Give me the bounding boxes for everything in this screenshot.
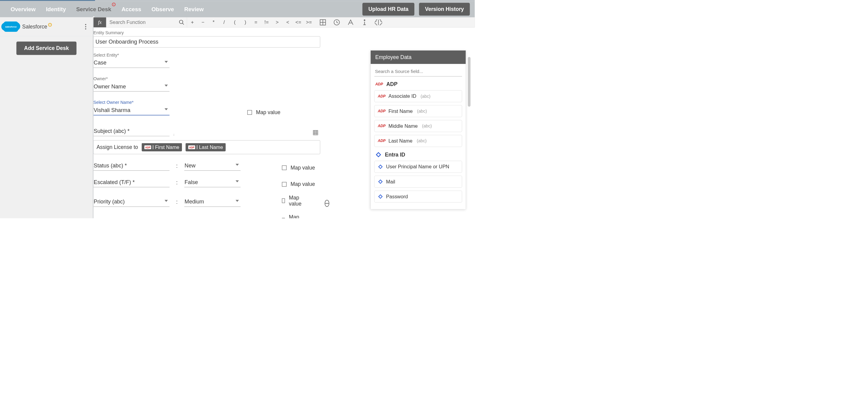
add-service-desk-button[interactable]: Add Service Desk	[17, 41, 76, 55]
field-name: Mail	[386, 179, 395, 185]
field-type: (abc)	[422, 124, 432, 129]
chevron-down-icon	[236, 180, 239, 183]
adp-logo-icon: ADP	[378, 109, 385, 113]
field-name: Middle Name	[389, 123, 418, 129]
case-type-field[interactable]: Case Type (abc)	[94, 217, 170, 218]
entity-summary-label: Entity Summary	[94, 30, 320, 35]
select-owner-name-label: Select Owner Name*	[94, 100, 170, 105]
op-gte[interactable]: >=	[304, 20, 314, 25]
op-neq[interactable]: !=	[261, 20, 272, 25]
info-icon[interactable]	[361, 19, 368, 26]
select-entity-label: Select Entity*	[94, 52, 320, 58]
owner-map-checkbox[interactable]	[247, 110, 252, 115]
priority-remove-icon[interactable]	[325, 200, 329, 207]
tab-service-desk[interactable]: Service Desk !	[76, 1, 112, 17]
escalated-map-label: Map value	[290, 181, 315, 187]
escalated-value-dropdown[interactable]: False	[184, 178, 241, 187]
op-gt[interactable]: >	[272, 20, 282, 25]
field-associate-id[interactable]: ADP Associate ID (abc)	[374, 90, 462, 102]
adp-logo-icon: ADP	[375, 82, 383, 86]
field-name: Associate ID	[389, 94, 416, 99]
status-map-label: Map value	[290, 165, 315, 171]
sidebar-item-label: Salesforce	[22, 24, 47, 30]
chip-last-name[interactable]: ADP Last Name	[186, 143, 225, 151]
version-history-button[interactable]: Version History	[419, 3, 470, 16]
field-type: (abc)	[421, 94, 430, 99]
priority-map-checkbox[interactable]	[282, 198, 285, 203]
source-header-adp[interactable]: ADP ADP	[375, 81, 461, 87]
chip-first-name-label: First Name	[155, 145, 179, 150]
subject-expression-input[interactable]: Assign License to ADP First Name ADP Las…	[94, 140, 320, 154]
status-field[interactable]: Status (abc) *	[94, 161, 170, 171]
svg-point-9	[364, 20, 365, 21]
entity-summary-input[interactable]	[94, 36, 320, 48]
tab-access[interactable]: Access	[121, 1, 142, 17]
formula-search-input[interactable]	[106, 17, 187, 27]
owner-map-label: Map value	[256, 109, 281, 115]
field-name: Password	[386, 194, 408, 200]
case-type-map-checkbox[interactable]	[282, 218, 285, 218]
case-type-value-dropdown[interactable]: Other	[184, 217, 241, 218]
op-eq[interactable]: =	[251, 20, 261, 25]
field-name: User Principal Name or UPN	[386, 164, 450, 170]
tab-overview[interactable]: Overview	[10, 1, 36, 17]
escalated-map-checkbox[interactable]	[282, 182, 286, 186]
owner-dropdown[interactable]: Owner Name	[94, 82, 170, 92]
op-plus[interactable]: +	[187, 20, 198, 25]
sidebar: salesforce Salesforce ! Add Service Desk	[0, 17, 94, 218]
status-map-checkbox[interactable]	[282, 165, 286, 170]
field-last-name[interactable]: ADP Last Name (abc)	[374, 135, 462, 147]
text-icon[interactable]	[347, 19, 354, 26]
svg-point-0	[180, 20, 183, 23]
op-minus[interactable]: −	[198, 20, 208, 25]
svg-rect-11	[313, 130, 318, 135]
field-upn[interactable]: User Principal Name or UPN	[374, 161, 462, 173]
tab-observe[interactable]: Observe	[151, 1, 175, 17]
clock-icon[interactable]	[333, 19, 340, 26]
main-content: fx + − * / ( ) = != > < <= >=	[94, 17, 475, 218]
sidebar-item-salesforce[interactable]: salesforce Salesforce !	[0, 17, 93, 36]
sidebar-item-menu-icon[interactable]	[84, 22, 88, 31]
vertical-scrollbar[interactable]	[468, 50, 471, 213]
adp-chip-icon: ADP	[144, 145, 151, 149]
subject-field[interactable]: Subject (abc) *	[94, 127, 170, 136]
field-middle-name[interactable]: ADP Middle Name (abc)	[374, 120, 462, 132]
tab-identity[interactable]: Identity	[45, 1, 67, 17]
priority-value-dropdown[interactable]: Medium	[184, 198, 241, 207]
op-lt[interactable]: <	[282, 20, 293, 25]
op-paren-open[interactable]: (	[229, 20, 240, 25]
search-icon[interactable]	[179, 19, 185, 25]
source-adp-label: ADP	[386, 81, 397, 87]
field-first-name[interactable]: ADP First Name (abc)	[374, 105, 462, 117]
select-owner-name-dropdown[interactable]: Vishali Sharma	[94, 106, 170, 115]
chip-first-name[interactable]: ADP First Name	[142, 143, 182, 151]
grid-icon[interactable]	[313, 129, 319, 135]
priority-map-label: Map value	[289, 195, 303, 207]
field-type: (abc)	[417, 139, 427, 144]
adp-logo-icon: ADP	[378, 139, 385, 143]
field-mail[interactable]: Mail	[374, 176, 462, 187]
owner-label: Owner*	[94, 76, 320, 82]
escalated-field[interactable]: Escalated (T/F) *	[94, 178, 170, 187]
field-password[interactable]: Password	[374, 191, 462, 203]
formula-tool-icons	[314, 17, 387, 27]
status-value-dropdown[interactable]: New	[184, 161, 241, 171]
employee-search-input[interactable]	[374, 67, 462, 76]
select-entity-dropdown[interactable]: Case	[94, 59, 170, 68]
case-type-map-label: Map value	[289, 214, 303, 218]
upload-hr-data-button[interactable]: Upload HR Data	[363, 3, 415, 16]
op-divide[interactable]: /	[219, 20, 229, 25]
table-icon[interactable]	[319, 19, 327, 26]
priority-field[interactable]: Priority (abc)	[94, 198, 170, 207]
fx-icon[interactable]: fx	[94, 17, 106, 27]
scrollbar-thumb[interactable]	[468, 57, 471, 106]
op-paren-close[interactable]: )	[240, 20, 251, 25]
op-multiply[interactable]: *	[208, 20, 219, 25]
brain-icon[interactable]	[375, 19, 382, 26]
op-lte[interactable]: <=	[293, 20, 304, 25]
entra-logo-icon	[378, 179, 383, 184]
chevron-down-icon	[165, 200, 168, 202]
source-header-entra[interactable]: Entra ID	[375, 152, 461, 158]
top-tabs: Overview Identity Service Desk ! Access …	[10, 1, 204, 17]
tab-review[interactable]: Review	[184, 1, 204, 17]
